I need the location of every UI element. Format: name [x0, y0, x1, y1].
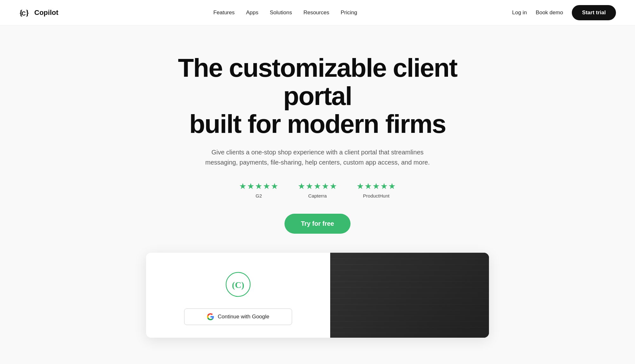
hero-headline: The customizable client portal built for…: [143, 54, 492, 138]
google-icon: [207, 313, 214, 320]
svg-text:}: }: [26, 8, 29, 17]
producthunt-label: ProductHunt: [363, 193, 389, 198]
capterra-label: Capterra: [308, 193, 327, 198]
preview-bg-overlay: [330, 253, 489, 338]
nav-item-features[interactable]: Features: [213, 10, 235, 16]
book-demo-link[interactable]: Book demo: [536, 10, 563, 16]
logo-link[interactable]: { C } Copilot: [19, 7, 58, 19]
nav-item-apps[interactable]: Apps: [246, 10, 258, 16]
nav-item-pricing[interactable]: Pricing: [341, 10, 357, 16]
hero-headline-line2: built for modern firms: [189, 109, 446, 138]
hero-section: The customizable client portal built for…: [0, 25, 635, 357]
g2-label: G2: [256, 193, 262, 198]
google-btn-label: Continue with Google: [218, 314, 270, 320]
preview-left-panel: (C) Continue with Google: [146, 253, 330, 338]
rating-capterra: ★★★★★ Capterra: [298, 181, 338, 198]
navbar: { C } Copilot Features Apps Solutions Re…: [0, 0, 635, 25]
preview-right-panel: [330, 253, 489, 338]
preview-section: (C) Continue with Google: [146, 253, 489, 338]
producthunt-stars: ★★★★★: [357, 181, 396, 191]
login-link[interactable]: Log in: [512, 10, 527, 16]
nav-links: Features Apps Solutions Resources Pricin…: [213, 10, 357, 16]
nav-right: Log in Book demo Start trial: [512, 5, 616, 20]
logo-icon: { C }: [19, 7, 31, 19]
g2-stars: ★★★★★: [239, 181, 279, 191]
rating-producthunt: ★★★★★ ProductHunt: [357, 181, 396, 198]
continue-with-google-button[interactable]: Continue with Google: [184, 309, 292, 325]
logo-text: Copilot: [34, 9, 58, 17]
try-for-free-button[interactable]: Try for free: [284, 214, 351, 234]
svg-text:(C): (C): [232, 280, 244, 290]
nav-item-solutions[interactable]: Solutions: [270, 10, 292, 16]
start-trial-button[interactable]: Start trial: [572, 5, 616, 20]
svg-text:C: C: [22, 10, 26, 17]
hero-headline-line1: The customizable client portal: [178, 53, 457, 110]
hero-subtext: Give clients a one-stop shop experience …: [203, 147, 432, 167]
ratings-row: ★★★★★ G2 ★★★★★ Capterra ★★★★★ ProductHun…: [13, 181, 622, 198]
rating-g2: ★★★★★ G2: [239, 181, 279, 198]
nav-item-resources[interactable]: Resources: [304, 10, 329, 16]
copilot-circle-icon: (C): [225, 272, 251, 297]
capterra-stars: ★★★★★: [298, 181, 338, 191]
